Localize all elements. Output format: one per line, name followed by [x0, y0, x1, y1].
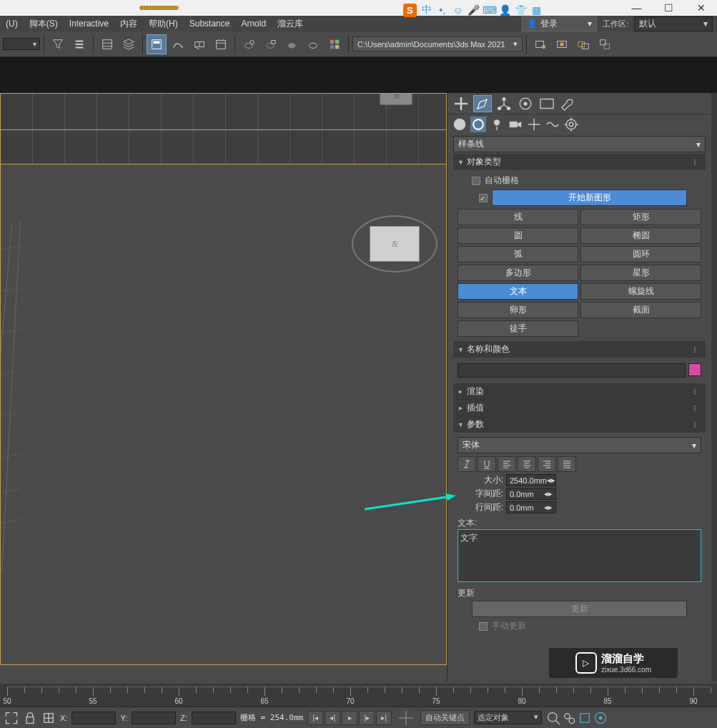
keyboard-icon[interactable]: ⌨: [484, 4, 495, 16]
cameras-icon[interactable]: [508, 117, 523, 132]
object-name-input[interactable]: [458, 363, 686, 378]
auto-grid-checkbox[interactable]: [472, 177, 480, 185]
viewcube-top-small[interactable]: 顶: [380, 93, 412, 105]
menu-substance[interactable]: Substance: [184, 16, 236, 31]
teapot-frame-icon[interactable]: [260, 34, 280, 54]
x-input[interactable]: [71, 712, 116, 724]
prev-frame-button[interactable]: ◂|: [325, 711, 340, 725]
ngon-button[interactable]: 多边形: [458, 265, 578, 281]
selection-filter-icon[interactable]: [48, 34, 68, 54]
manual-update-checkbox[interactable]: [479, 622, 488, 631]
viewport-perspective[interactable]: 左: [0, 164, 447, 665]
emoji-icon[interactable]: ☺: [453, 4, 464, 16]
ime-icon[interactable]: •,: [437, 4, 448, 16]
star-button[interactable]: 星形: [580, 265, 701, 281]
zoom-icon[interactable]: [546, 711, 560, 725]
mic-icon[interactable]: 🎤: [468, 4, 480, 16]
teapot-outline-icon[interactable]: [303, 34, 323, 54]
play-button[interactable]: ▸: [342, 711, 357, 725]
grid-icon[interactable]: ▦: [531, 4, 543, 16]
size-spinner[interactable]: 2540.0mm◂▸: [506, 474, 556, 486]
workspace-dropdown[interactable]: 默认▾: [634, 16, 713, 31]
user-icon[interactable]: 👤: [500, 4, 511, 16]
ellipse-button[interactable]: 椭圆: [580, 227, 701, 244]
orbit-icon[interactable]: [593, 711, 608, 725]
toggle-ribbon-icon[interactable]: [147, 34, 167, 54]
helpers-icon[interactable]: [526, 117, 542, 132]
motion-tab-icon[interactable]: [516, 95, 535, 112]
circle-button[interactable]: 圆: [458, 227, 578, 244]
align-justify-button[interactable]: [558, 456, 576, 472]
viewcube-face[interactable]: 左: [370, 226, 420, 262]
menu-u[interactable]: (U): [0, 16, 24, 31]
subcategory-dropdown[interactable]: 样条线▾: [453, 136, 706, 152]
egg-button[interactable]: 卵形: [458, 302, 578, 318]
geometry-icon[interactable]: [452, 117, 468, 132]
kerning-spinner[interactable]: 0.0mm◂▸: [506, 488, 556, 500]
ime-toolbar[interactable]: S 中 •, ☺ 🎤 ⌨ 👤 👕 ▦: [403, 1, 543, 19]
update-button[interactable]: 更新: [472, 601, 687, 617]
color-swatch[interactable]: [688, 363, 701, 376]
key-filter-dropdown[interactable]: 选定对象▾: [474, 711, 542, 724]
align-right-button[interactable]: [538, 456, 556, 472]
underline-button[interactable]: [478, 456, 496, 472]
viewport-top[interactable]: 顶: [0, 93, 447, 164]
start-new-checkbox[interactable]: [479, 194, 488, 202]
zoom-extents-icon[interactable]: [578, 711, 592, 725]
autokey-button[interactable]: 自动关键点: [420, 710, 470, 725]
menu-cloud[interactable]: 溜云库: [272, 16, 309, 32]
rectangle-button[interactable]: 矩形: [580, 209, 701, 225]
text-button[interactable]: 文本: [458, 283, 578, 300]
line-button[interactable]: 线: [458, 209, 578, 225]
start-new-button[interactable]: 开始新图形: [492, 190, 687, 206]
section-button[interactable]: 截面: [580, 302, 701, 318]
spacewarps-icon[interactable]: [545, 117, 560, 132]
render-setup-icon[interactable]: [530, 34, 550, 54]
goto-start-button[interactable]: |◂: [307, 711, 323, 725]
italic-button[interactable]: [458, 456, 476, 472]
lang-icon[interactable]: 中: [421, 4, 432, 16]
skin-icon[interactable]: 👕: [515, 4, 527, 16]
minimize-button[interactable]: —: [620, 0, 653, 16]
material-editor-icon[interactable]: [325, 34, 345, 54]
render-header[interactable]: ▼ 渲染: [453, 383, 706, 400]
lights-icon[interactable]: [489, 117, 505, 132]
menu-script[interactable]: 脚本(S): [24, 16, 64, 32]
create-tab-icon[interactable]: [452, 95, 470, 112]
align-left-button[interactable]: [498, 456, 516, 472]
text-input[interactable]: [458, 529, 701, 582]
name-color-header[interactable]: ▼ 名称和颜色: [453, 341, 706, 358]
menu-content[interactable]: 内容: [114, 16, 143, 32]
interp-header[interactable]: ▼ 插值: [453, 400, 706, 416]
display-tab-icon[interactable]: [538, 95, 556, 112]
y-input[interactable]: [132, 712, 176, 724]
key-mode-icon[interactable]: [396, 711, 416, 725]
menu-interactive[interactable]: Interactive: [64, 16, 114, 31]
zoom-all-icon[interactable]: [562, 711, 576, 725]
layers-icon[interactable]: [119, 34, 139, 54]
maximize-button[interactable]: ☐: [653, 0, 685, 16]
menu-help[interactable]: 帮助(H): [143, 16, 184, 32]
teapot-settings-icon[interactable]: [239, 34, 259, 54]
goto-end-button[interactable]: ▸|: [376, 711, 392, 725]
schematic-icon[interactable]: [97, 34, 117, 54]
calendar-icon[interactable]: [211, 34, 231, 54]
shapes-icon[interactable]: [470, 117, 486, 132]
render-batch-icon[interactable]: [595, 34, 615, 54]
helix-button[interactable]: 螺旋线: [580, 283, 701, 300]
close-button[interactable]: ✕: [685, 0, 717, 16]
font-dropdown[interactable]: 宋体▾: [458, 437, 701, 453]
list-icon[interactable]: [69, 34, 89, 54]
leading-spinner[interactable]: 0.0mm◂▸: [506, 501, 556, 513]
modify-tab-icon[interactable]: [473, 95, 492, 112]
menu-arnold[interactable]: Arnold: [235, 16, 272, 31]
arc-button[interactable]: 弧: [458, 246, 578, 262]
utilities-tab-icon[interactable]: [559, 95, 578, 112]
donut-button[interactable]: 圆环: [580, 246, 701, 262]
params-header[interactable]: ▼ 参数: [453, 416, 706, 433]
object-type-header[interactable]: ▼ 对象类型: [453, 154, 706, 170]
timeline[interactable]: 505560657075808590: [0, 684, 717, 707]
z-input[interactable]: [192, 712, 236, 724]
render-state-icon[interactable]: [573, 34, 593, 54]
maximize-viewport-icon[interactable]: [4, 711, 19, 725]
